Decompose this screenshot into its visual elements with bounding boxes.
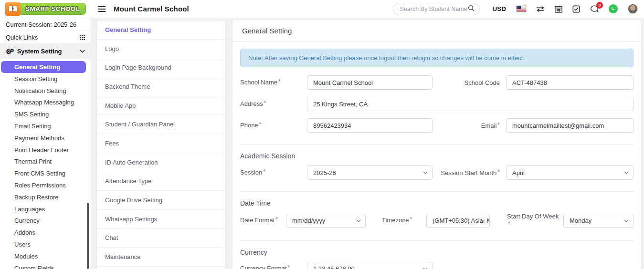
tasks-icon[interactable] — [572, 5, 580, 13]
settings-tab-mobile-app[interactable]: Mobile App — [97, 96, 225, 115]
search-input[interactable] — [400, 6, 468, 12]
switch-session-icon[interactable] — [536, 6, 545, 12]
currency-format-value: 1,23,45,678.00 — [313, 265, 355, 269]
search-icon[interactable] — [468, 5, 475, 13]
sidebar-item-whatsapp-messaging[interactable]: Whatsapp Messaging — [0, 97, 91, 109]
sidebar-item-roles-permissions[interactable]: Roles Permissions — [0, 179, 91, 191]
settings-tab-student-guardian-panel[interactable]: Student / Guardian Panel — [97, 115, 225, 134]
general-setting-card: General Setting Note: After saving Gener… — [232, 20, 641, 269]
date-format-value: mm/dd/yyyy — [292, 217, 325, 224]
settings-tab-maintenance[interactable]: Maintenance — [97, 248, 225, 267]
language-flag-icon[interactable] — [517, 6, 526, 12]
required-mark: * — [508, 220, 510, 227]
timezone-select[interactable]: (GMT+05:30) Asia, Kolkata — [426, 214, 490, 228]
session-start-month-value: April — [512, 169, 525, 176]
chevron-down-icon — [624, 219, 629, 222]
academic-session-heading: Academic Session — [240, 152, 633, 160]
school-code-label: School Code — [433, 79, 506, 86]
messages-count-badge: 0 — [596, 2, 603, 9]
required-mark: * — [259, 121, 262, 128]
sidebar-item-currency[interactable]: Currency — [0, 215, 91, 227]
email-input[interactable] — [506, 118, 633, 133]
card-title: General Setting — [232, 20, 641, 42]
email-label: Email* — [433, 122, 506, 129]
settings-tab-chat[interactable]: Chat — [97, 229, 225, 248]
sidebar-item-custom-fields[interactable]: Custom Fields — [0, 262, 91, 269]
school-name-input[interactable] — [307, 75, 433, 90]
sidebar-menu: General Setting Session Setting Notifica… — [0, 59, 91, 269]
chevron-down-icon — [423, 171, 428, 174]
messages-icon[interactable]: 0 — [590, 5, 599, 13]
sidebar-item-print-header-footer[interactable]: Print Header Footer — [0, 144, 91, 156]
sidebar-item-front-cms-setting[interactable]: Front CMS Setting — [0, 167, 91, 179]
address-input[interactable] — [307, 97, 633, 111]
currency-format-label: Currency Format* — [240, 265, 307, 269]
sidebar-item-users[interactable]: Users — [0, 238, 91, 250]
required-mark: * — [410, 216, 412, 223]
brand-pill: SMART SCHOOL — [18, 3, 86, 15]
sidebar-item-notification-setting[interactable]: Notification Setting — [0, 85, 91, 97]
phone-label: Phone* — [240, 122, 307, 130]
session-start-month-select[interactable]: April — [506, 166, 633, 180]
whatsapp-icon[interactable] — [609, 4, 618, 13]
sidebar-item-backup-restore[interactable]: Backup Restore — [0, 191, 91, 203]
school-name-label: School Name* — [240, 79, 307, 87]
top-header: SMART SCHOOL Mount Carmel School USD — [0, 0, 644, 18]
settings-tab-id-auto-generation[interactable]: ID Auto Generation — [97, 153, 225, 172]
chevron-down-icon — [80, 50, 85, 53]
currency-heading: Currency — [240, 248, 633, 256]
phone-input[interactable] — [307, 118, 433, 133]
system-setting-label: System Setting — [17, 48, 62, 55]
chevron-down-icon — [624, 171, 629, 174]
sidebar-item-session-setting[interactable]: Session Setting — [0, 73, 91, 85]
sidebar-item-addons[interactable]: Addons — [0, 227, 91, 238]
current-session-label: Current Session: 2025-26 — [0, 18, 91, 31]
start-day-of-week-select[interactable]: Monday — [563, 214, 633, 228]
settings-tab-whatsapp-settings[interactable]: Whatsapp Settings — [97, 210, 225, 229]
sidebar-item-languages[interactable]: Languages — [0, 203, 91, 215]
settings-tab-google-drive-setting[interactable]: Google Drive Setting — [97, 191, 225, 210]
sidebar-item-sms-setting[interactable]: SMS Setting — [0, 108, 91, 120]
currency-selector[interactable]: USD — [492, 5, 506, 12]
app-logo[interactable]: SMART SCHOOL — [0, 2, 91, 16]
sidebar-item-thermal-print[interactable]: Thermal Print — [0, 156, 91, 168]
sidebar-item-general-setting[interactable]: General Setting — [1, 61, 86, 73]
calendar-icon[interactable] — [555, 5, 562, 13]
sidebar-item-modules[interactable]: Modules — [0, 250, 91, 262]
menu-toggle-button[interactable] — [95, 3, 108, 15]
school-code-input[interactable] — [506, 75, 633, 90]
content-area: General Setting Logo Login Page Backgrou… — [91, 18, 644, 269]
currency-format-select[interactable]: 1,23,45,678.00 — [307, 262, 433, 269]
required-mark: * — [497, 169, 500, 176]
quick-links-label: Quick Links — [6, 34, 38, 41]
gears-icon: ⚙⚙ — [6, 48, 14, 55]
settings-tab-logo[interactable]: Logo — [97, 40, 225, 59]
student-search — [393, 3, 480, 15]
sidebar-item-system-setting[interactable]: ⚙⚙ System Setting — [0, 44, 91, 59]
start-day-of-week-label: Start Day Of Week * — [507, 213, 563, 229]
quick-links[interactable]: Quick Links — [0, 31, 91, 44]
info-note: Note: After saving General Setting pleas… — [240, 49, 633, 67]
school-title: Mount Carmel School — [114, 5, 189, 13]
settings-tab-login-page-background[interactable]: Login Page Background — [97, 58, 225, 77]
sidebar-item-payment-methods[interactable]: Payment Methods — [0, 132, 91, 144]
date-format-select[interactable]: mm/dd/yyyy — [286, 214, 366, 228]
date-time-heading: Date Time — [240, 199, 633, 207]
settings-tab-general-setting[interactable]: General Setting — [97, 21, 225, 40]
settings-nav-card: General Setting Logo Login Page Backgrou… — [96, 20, 225, 269]
date-format-label: Date Format* — [240, 217, 286, 225]
settings-tab-fees[interactable]: Fees — [97, 134, 225, 153]
required-mark: * — [278, 78, 281, 85]
required-mark: * — [288, 264, 290, 269]
session-select[interactable]: 2025-26 — [307, 166, 433, 180]
settings-tab-backend-theme[interactable]: Backend Theme — [97, 77, 225, 96]
required-mark: * — [263, 168, 265, 175]
sidebar-scrollbar[interactable] — [87, 203, 89, 269]
required-mark: * — [275, 216, 278, 223]
sidebar-item-email-setting[interactable]: Email Setting — [0, 120, 91, 132]
session-value: 2025-26 — [313, 169, 336, 176]
settings-tab-attendance-type[interactable]: Attendance Type — [97, 172, 225, 191]
address-label: Address* — [240, 100, 307, 108]
user-avatar[interactable] — [628, 4, 638, 14]
required-mark: * — [264, 100, 266, 106]
